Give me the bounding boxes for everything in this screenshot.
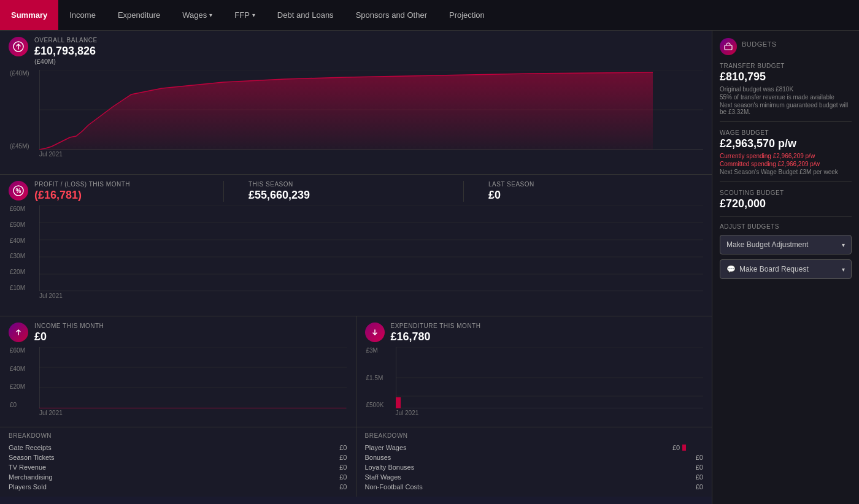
list-item: Loyalty Bonuses £0 — [365, 462, 704, 472]
nav-sponsors[interactable]: Sponsors and Other — [345, 0, 438, 30]
chart-y-label: (£40M) — [10, 70, 29, 77]
wage-budget-note: Next Season's Wage Budget £3M per week — [720, 169, 852, 175]
list-item: TV Revenue £0 — [9, 462, 347, 472]
expenditure-value: £16,780 — [391, 330, 481, 343]
expenditure-section: EXPENDITURE THIS MONTH £16,780 £3M £1.5M… — [356, 316, 712, 427]
chart-y-label: £20M — [10, 383, 25, 390]
this-season-label: THIS SEASON — [248, 181, 463, 188]
overall-balance-chart — [39, 70, 703, 150]
budgets-title: BUDGETS — [742, 40, 777, 48]
overall-balance-value: £10,793,826 — [34, 45, 98, 58]
navigation: Summary Income Expenditure Wages ▾ FFP ▾… — [0, 0, 859, 31]
main-container: OVERALL BALANCE £10,793,826 (£40M) (£40M… — [0, 31, 859, 504]
income-breakdown-title: BREAKDOWN — [9, 432, 347, 439]
chevron-down-icon: ▾ — [842, 266, 845, 273]
list-item: Season Tickets £0 — [9, 452, 347, 462]
make-budget-adjustment-button[interactable]: Make Budget Adjustment ▾ — [720, 235, 852, 254]
profit-title: PROFIT / (LOSS) THIS MONTH — [34, 181, 130, 188]
profit-x-label: Jul 2021 — [39, 292, 703, 299]
expenditure-breakdown: BREAKDOWN Player Wages £0 Bonuses £0 Loy… — [356, 427, 712, 497]
chart-y-label: £0 — [10, 402, 25, 408]
profit-value: (£16,781) — [34, 189, 130, 202]
budgets-icon — [720, 38, 737, 55]
nav-expenditure[interactable]: Expenditure — [107, 0, 171, 30]
list-item: Players Sold £0 — [9, 482, 347, 492]
chart-y-label: £20M — [10, 269, 25, 275]
chart-y-label: £60M — [10, 205, 25, 212]
expenditure-title: EXPENDITURE THIS MONTH — [391, 323, 481, 329]
transfer-budget-label: TRANSFER BUDGET — [720, 63, 852, 69]
list-item: Bonuses £0 — [365, 452, 704, 462]
income-title: INCOME THIS MONTH — [34, 323, 104, 329]
overall-balance-section: OVERALL BALANCE £10,793,826 (£40M) (£40M… — [0, 31, 712, 175]
left-panel: OVERALL BALANCE £10,793,826 (£40M) (£40M… — [0, 31, 712, 504]
list-item: Staff Wages £0 — [365, 472, 704, 482]
right-panel: BUDGETS TRANSFER BUDGET £810,795 Origina… — [712, 31, 859, 504]
wage-warning-2: Committed spending £2,966,209 p/w — [720, 161, 852, 167]
chart-y-label: £1.5M — [366, 375, 384, 381]
income-expenditure-row: INCOME THIS MONTH £0 £60M £40M £20M £0 — [0, 316, 712, 427]
overall-balance-icon — [9, 37, 28, 56]
list-item: Gate Receipts £0 — [9, 443, 347, 452]
list-item: Player Wages £0 — [365, 443, 704, 452]
overall-balance-title: OVERALL BALANCE — [34, 37, 98, 44]
income-x-label: Jul 2021 — [39, 410, 347, 416]
speech-bubble-icon: 💬 — [726, 265, 736, 273]
profit-icon: % — [9, 181, 28, 200]
chart-y-label: £40M — [10, 365, 25, 372]
expenditure-breakdown-title: BREAKDOWN — [365, 432, 704, 439]
nav-projection[interactable]: Projection — [438, 0, 496, 30]
nav-income[interactable]: Income — [58, 0, 107, 30]
list-item: Non-Football Costs £0 — [365, 482, 704, 492]
last-season-label: LAST SEASON — [488, 181, 703, 188]
svg-rect-26 — [725, 45, 732, 50]
chart-y-label: £50M — [10, 221, 25, 228]
wage-budget-value: £2,963,570 p/w — [720, 137, 852, 150]
svg-rect-25 — [396, 397, 401, 408]
this-season-value: £55,660,239 — [248, 189, 463, 202]
chevron-down-icon: ▾ — [842, 242, 845, 248]
overall-balance-x-label: Jul 2021 — [39, 151, 703, 158]
nav-ffp[interactable]: FFP ▾ — [223, 0, 266, 30]
nav-debt[interactable]: Debt and Loans — [266, 0, 345, 30]
make-board-request-button[interactable]: 💬 Make Board Request ▾ — [720, 259, 852, 279]
transfer-budget-note-3: Next season's minimum guaranteed budget … — [720, 102, 852, 115]
chevron-down-icon: ▾ — [209, 12, 212, 18]
profit-section: % PROFIT / (LOSS) THIS MONTH (£16,781) T… — [0, 175, 712, 316]
scouting-budget-value: £720,000 — [720, 197, 852, 210]
nav-wages[interactable]: Wages ▾ — [171, 0, 223, 30]
transfer-budget-note-1: Original budget was £810K — [720, 86, 852, 93]
overall-balance-sub: (£40M) — [34, 58, 98, 65]
chart-y-label: (£45M) — [10, 143, 29, 150]
wage-budget-label: WAGE BUDGET — [720, 129, 852, 136]
svg-text:%: % — [16, 188, 21, 194]
wage-warning-1: Currently spending £2,966,209 p/w — [720, 153, 852, 159]
nav-summary[interactable]: Summary — [0, 0, 58, 30]
scouting-budget-label: SCOUTING BUDGET — [720, 189, 852, 196]
chart-y-label: £30M — [10, 253, 25, 259]
chart-y-label: £500K — [366, 402, 384, 408]
chevron-down-icon: ▾ — [252, 12, 255, 18]
income-breakdown: BREAKDOWN Gate Receipts £0 Season Ticket… — [0, 427, 356, 497]
transfer-budget-value: £810,795 — [720, 71, 852, 83]
chart-y-label: £10M — [10, 284, 25, 291]
svg-marker-5 — [39, 72, 653, 150]
profit-chart — [39, 205, 703, 291]
breakdown-section: BREAKDOWN Gate Receipts £0 Season Ticket… — [0, 427, 712, 497]
expenditure-icon — [365, 323, 385, 342]
transfer-budget-note-2: 55% of transfer revenue is made availabl… — [720, 94, 852, 101]
last-season-value: £0 — [488, 189, 703, 202]
adjust-budgets-label: ADJUST BUDGETS — [720, 223, 852, 230]
expenditure-x-label: Jul 2021 — [396, 410, 704, 416]
list-item: Merchandising £0 — [9, 472, 347, 482]
income-value: £0 — [34, 330, 104, 343]
chart-y-label: £60M — [10, 347, 25, 354]
expenditure-chart — [396, 347, 704, 408]
income-section: INCOME THIS MONTH £0 £60M £40M £20M £0 — [0, 316, 356, 427]
income-chart — [39, 347, 347, 408]
chart-y-label: £40M — [10, 237, 25, 244]
chart-y-label: £3M — [366, 347, 384, 354]
income-icon — [9, 323, 28, 342]
